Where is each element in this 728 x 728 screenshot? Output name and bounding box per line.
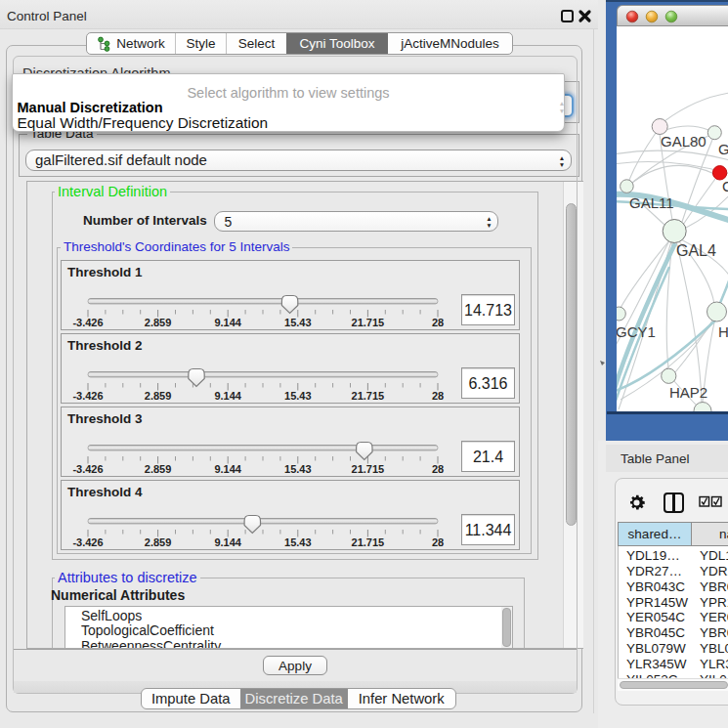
svg-text:GAL80: GAL80 xyxy=(661,133,707,150)
svg-text:HAP2: HAP2 xyxy=(669,384,707,401)
svg-text:C: C xyxy=(722,178,728,194)
svg-text:GCY1: GCY1 xyxy=(617,323,656,340)
svg-text:HI: HI xyxy=(718,323,728,340)
svg-text:GA: GA xyxy=(718,141,728,157)
svg-text:GAL4: GAL4 xyxy=(676,242,716,259)
svg-text:GAL11: GAL11 xyxy=(629,194,674,211)
